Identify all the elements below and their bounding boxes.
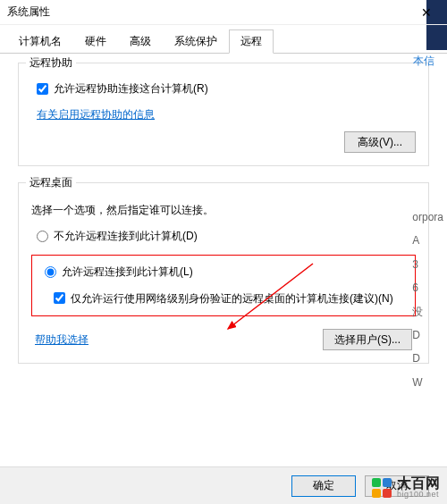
remote-desktop-legend: 远程桌面 (26, 175, 76, 190)
tab-system-protection[interactable]: 系统保护 (163, 29, 229, 54)
radio-disallow-input[interactable] (37, 231, 48, 242)
watermark-logo-icon (372, 478, 392, 498)
ok-button[interactable]: 确定 (291, 475, 356, 497)
tab-strip: 计算机名 硬件 高级 系统保护 远程 (0, 25, 447, 54)
allow-remote-assist-checkbox[interactable]: 允许远程协助连接这台计算机(R) (37, 81, 416, 97)
highlight-box: 允许远程连接到此计算机(L) 仅允许运行使用网络级别身份验证的远程桌面的计算机连… (31, 255, 416, 316)
radio-allow-input[interactable] (45, 266, 56, 278)
close-icon[interactable]: ✕ (413, 2, 440, 23)
tab-remote[interactable]: 远程 (229, 29, 274, 54)
tab-hardware[interactable]: 硬件 (73, 29, 118, 54)
tab-computer-name[interactable]: 计算机名 (7, 29, 73, 54)
radio-allow-remote[interactable]: 允许远程连接到此计算机(L) (45, 265, 408, 280)
nla-checkbox-input[interactable] (54, 292, 65, 304)
tab-content: 远程协助 允许远程协助连接这台计算机(R) 有关启用远程协助的信息 高级(V).… (0, 54, 447, 389)
watermark: 大百网 big100.net (372, 476, 440, 499)
help-me-choose-link[interactable]: 帮助我选择 (35, 332, 89, 348)
allow-remote-assist-input[interactable] (37, 83, 48, 95)
side-partial-list: orpora A 3 6 没 D D W (412, 206, 443, 394)
window-title: 系统属性 (7, 4, 413, 20)
remote-desktop-group: 远程桌面 选择一个选项，然后指定谁可以连接。 不允许远程连接到此计算机(D) 允… (18, 182, 429, 364)
remote-assist-advanced-button[interactable]: 高级(V)... (344, 131, 416, 153)
nla-checkbox[interactable]: 仅允许运行使用网络级别身份验证的远程桌面的计算机连接(建议)(N) (54, 290, 408, 307)
remote-assist-help-link[interactable]: 有关启用远程协助的信息 (37, 108, 155, 121)
radio-disallow-label: 不允许远程连接到此计算机(D) (54, 229, 198, 244)
select-users-button[interactable]: 选择用户(S)... (323, 329, 412, 350)
allow-remote-assist-label: 允许远程协助连接这台计算机(R) (54, 81, 208, 97)
radio-disallow-remote[interactable]: 不允许远程连接到此计算机(D) (37, 229, 416, 244)
watermark-text: 大百网 big100.net (397, 476, 440, 499)
remote-desktop-desc: 选择一个选项，然后指定谁可以连接。 (31, 203, 416, 218)
titlebar: 系统属性 ✕ (0, 0, 447, 25)
remote-assist-legend: 远程协助 (26, 55, 76, 71)
tab-advanced[interactable]: 高级 (118, 29, 163, 54)
side-partial-text: 本信 (411, 54, 447, 69)
nla-checkbox-label: 仅允许运行使用网络级别身份验证的远程桌面的计算机连接(建议)(N) (71, 290, 393, 307)
remote-assist-group: 远程协助 允许远程协助连接这台计算机(R) 有关启用远程协助的信息 高级(V).… (18, 63, 429, 166)
radio-allow-label: 允许远程连接到此计算机(L) (62, 265, 193, 280)
